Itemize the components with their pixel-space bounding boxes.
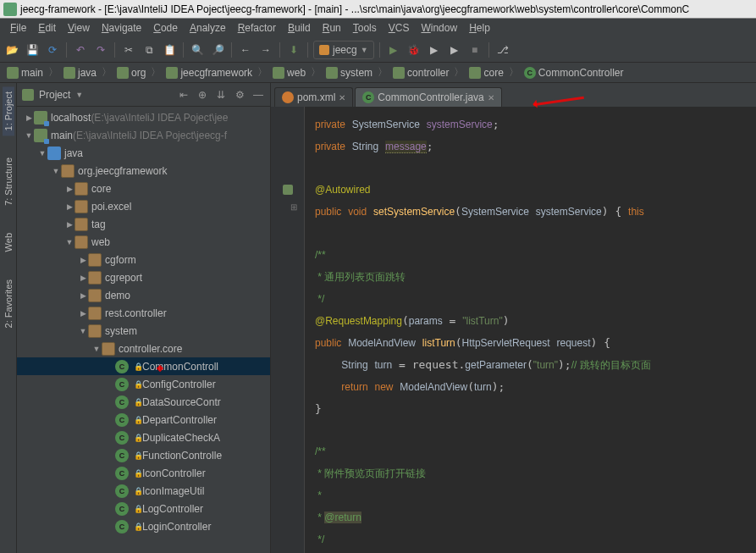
breadcrumb-system[interactable]: system <box>323 66 376 80</box>
tree-node-poiexcel[interactable]: ▶poi.excel <box>17 197 270 215</box>
tree-node-cgreport[interactable]: ▶cgreport <box>17 268 270 286</box>
breadcrumb-jeecgframework[interactable]: jeecgframework <box>163 66 256 80</box>
navigation-bar: main〉java〉org〉jeecgframework〉web〉system〉… <box>0 63 756 83</box>
expand-arrow-icon[interactable]: ▶ <box>64 185 74 193</box>
fold-plus-icon[interactable]: ⊞ <box>290 202 297 212</box>
redo-icon[interactable]: ↷ <box>92 41 109 58</box>
tree-node-controllercore[interactable]: ▼controller.core <box>17 340 270 357</box>
breadcrumb-web[interactable]: web <box>269 66 309 80</box>
tree-node-system[interactable]: ▼system <box>17 322 270 340</box>
tree-node-logcontroller[interactable]: 🔒LogController <box>17 500 270 517</box>
chevron-down-icon[interactable]: ▼ <box>75 91 83 99</box>
breadcrumb-controller[interactable]: controller <box>389 66 452 80</box>
menu-view[interactable]: View <box>63 20 95 36</box>
expand-arrow-icon[interactable]: ▼ <box>64 238 74 246</box>
tree-node-core[interactable]: ▶core <box>17 180 270 197</box>
collapse-icon[interactable]: ⇤ <box>177 88 190 102</box>
tool-tab-project[interactable]: 1: Project <box>3 86 14 135</box>
paste-icon[interactable]: 📋 <box>161 41 178 58</box>
breadcrumb-main[interactable]: main <box>3 66 47 80</box>
forward-icon[interactable]: → <box>257 41 274 58</box>
tree-node-departcontroller[interactable]: 🔒DepartController <box>17 411 270 429</box>
menu-refactor[interactable]: Refactor <box>233 20 281 36</box>
tree-node-tag[interactable]: ▶tag <box>17 215 270 233</box>
vcs-icon[interactable]: ⎇ <box>494 41 511 58</box>
sync-icon[interactable]: ⟳ <box>44 41 61 58</box>
breadcrumb-commoncontroller[interactable]: CCommonController <box>521 66 627 80</box>
gear-icon[interactable]: ⚙ <box>233 88 246 102</box>
expand-arrow-icon[interactable]: ▶ <box>64 202 74 211</box>
build-icon[interactable]: ⬇ <box>285 41 302 58</box>
undo-icon[interactable]: ↶ <box>72 41 89 58</box>
expand-arrow-icon[interactable]: ▼ <box>24 131 34 140</box>
expand-arrow-icon[interactable]: ▶ <box>78 309 88 318</box>
tree-node-iconimageutil[interactable]: 🔒IconImageUtil <box>17 482 270 500</box>
expand-arrow-icon[interactable]: ▼ <box>51 167 61 175</box>
editor-tab-pomxml[interactable]: pom.xml✕ <box>274 87 353 107</box>
coverage-icon[interactable]: ▶ <box>426 41 443 58</box>
tree-node-configcontroller[interactable]: 🔒ConfigController <box>17 375 270 393</box>
back-icon[interactable]: ← <box>237 41 254 58</box>
profile-icon[interactable]: ▶ <box>446 41 463 58</box>
cut-icon[interactable]: ✂ <box>120 41 137 58</box>
menu-help[interactable]: Help <box>464 20 495 36</box>
expand-arrow-icon[interactable]: ▼ <box>78 327 88 335</box>
tree-node-commoncontroll[interactable]: 🔒CommonControll <box>17 357 270 375</box>
code-editor[interactable]: private SystemService systemService; pri… <box>305 107 756 553</box>
tool-tab-favorites[interactable]: 2: Favorites <box>3 274 14 333</box>
menu-edit[interactable]: Edit <box>33 20 61 36</box>
tree-node-duplicatechecka[interactable]: 🔒DuplicateCheckA <box>17 429 270 446</box>
tree-node-orgjeecgframework[interactable]: ▼org.jeecgframework <box>17 162 270 180</box>
stop-icon[interactable]: ■ <box>466 41 483 58</box>
close-tab-icon[interactable]: ✕ <box>339 93 345 102</box>
tree-node-functioncontrolle[interactable]: 🔒FunctionControlle <box>17 446 270 464</box>
menu-vcs[interactable]: VCS <box>384 20 415 36</box>
collapse-all-icon[interactable]: ⇊ <box>214 88 228 102</box>
tree-node-web[interactable]: ▼web <box>17 233 270 251</box>
editor-gutter[interactable]: ⊞ <box>271 107 305 553</box>
menu-code[interactable]: Code <box>148 20 183 36</box>
tree-node-datasourcecontr[interactable]: 🔒DataSourceContr <box>17 393 270 411</box>
tree-node-main[interactable]: ▼main (E:\java\InteliJ IDEA Poject\jeecg… <box>17 126 270 144</box>
tree-node-localhost[interactable]: ▶localhost (E:\java\InteliJ IDEA Poject\… <box>17 108 270 126</box>
run-icon[interactable]: ▶ <box>385 41 402 58</box>
expand-arrow-icon[interactable]: ▶ <box>64 220 74 229</box>
breadcrumb-java[interactable]: java <box>60 66 100 80</box>
tree-node-restcontroller[interactable]: ▶rest.controller <box>17 304 270 322</box>
target-icon[interactable]: ⊕ <box>196 88 209 102</box>
tree-node-iconcontroller[interactable]: 🔒IconController <box>17 464 270 482</box>
project-tree[interactable]: ▶localhost (E:\java\InteliJ IDEA Poject\… <box>17 107 270 553</box>
menu-window[interactable]: Window <box>416 20 462 36</box>
run-config-selector[interactable]: jeecg ▼ <box>313 41 374 59</box>
save-all-icon[interactable]: 💾 <box>24 41 41 58</box>
expand-arrow-icon[interactable]: ▶ <box>78 291 88 300</box>
copy-icon[interactable]: ⧉ <box>141 41 157 58</box>
tree-node-demo[interactable]: ▶demo <box>17 286 270 304</box>
open-icon[interactable]: 📂 <box>3 41 20 58</box>
tool-tab-structure[interactable]: 7: Structure <box>3 152 14 211</box>
expand-arrow-icon[interactable]: ▶ <box>78 274 88 282</box>
find-icon[interactable]: 🔍 <box>189 41 206 58</box>
expand-arrow-icon[interactable]: ▼ <box>37 149 47 158</box>
debug-icon[interactable]: 🐞 <box>406 41 422 58</box>
menu-file[interactable]: File <box>5 20 31 36</box>
menu-analyze[interactable]: Analyze <box>185 20 231 36</box>
expand-arrow-icon[interactable]: ▼ <box>91 345 102 353</box>
menu-navigate[interactable]: Navigate <box>97 20 146 36</box>
menu-build[interactable]: Build <box>283 20 316 36</box>
tree-node-java[interactable]: ▼java <box>17 144 270 162</box>
close-tab-icon[interactable]: ✕ <box>488 93 494 102</box>
implements-gutter-icon[interactable] <box>283 185 293 195</box>
breadcrumb-core[interactable]: core <box>466 66 506 80</box>
tree-node-cgform[interactable]: ▶cgform <box>17 251 270 268</box>
expand-arrow-icon[interactable]: ▶ <box>24 113 34 122</box>
editor-tab-commoncontrollerjava[interactable]: CCommonController.java✕ <box>355 87 501 107</box>
expand-arrow-icon[interactable]: ▶ <box>78 256 88 264</box>
tree-node-logincontroller[interactable]: 🔒LoginController <box>17 517 270 535</box>
hide-icon[interactable]: — <box>251 88 265 102</box>
menu-tools[interactable]: Tools <box>348 20 382 36</box>
menu-run[interactable]: Run <box>317 20 346 36</box>
replace-icon[interactable]: 🔎 <box>209 41 226 58</box>
breadcrumb-org[interactable]: org <box>113 66 149 80</box>
tool-tab-web[interactable]: Web <box>3 228 14 257</box>
